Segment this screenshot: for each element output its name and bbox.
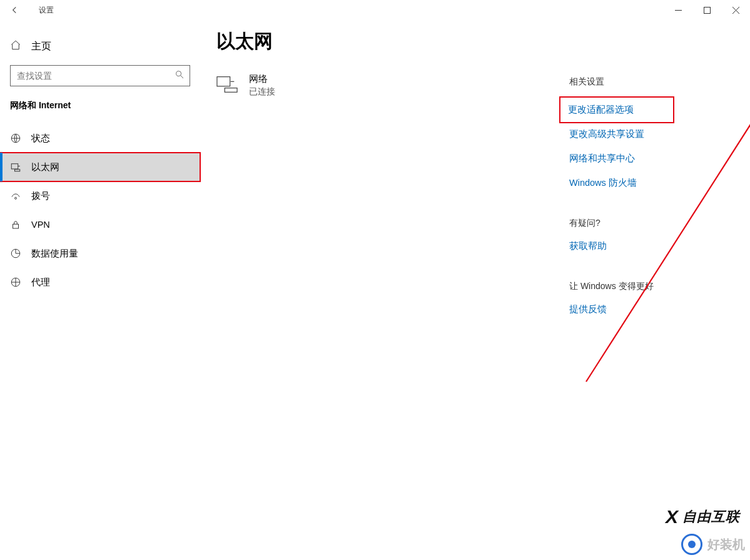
svg-rect-0 [704,7,710,13]
watermark-x-icon: X [666,506,679,527]
nav-item-dialup[interactable]: 拨号 [0,181,200,210]
nav-label: 状态 [31,133,50,145]
arrow-left-icon [10,5,20,15]
link-firewall[interactable]: Windows 防火墙 [569,177,726,189]
proxy-icon [10,277,21,288]
network-status: 已连接 [249,86,275,98]
question-heading: 有疑问? [569,218,726,229]
home-icon [10,39,21,53]
nav-item-data-usage[interactable]: 数据使用量 [0,239,200,268]
link-adapter-options[interactable]: 更改适配器选项 [560,98,673,122]
dialup-icon [10,190,21,201]
svg-rect-4 [15,170,20,171]
nav-list: 状态 以太网 拨号 VPN 数据使用量 代理 [0,124,200,297]
watermark-2: 好装机 [681,534,745,555]
nav-label: 以太网 [31,161,59,173]
nav-label: 代理 [31,277,50,288]
nav-label: 拨号 [31,190,50,202]
link-feedback[interactable]: 提供反馈 [569,303,726,315]
maximize-button[interactable] [692,0,721,20]
category-heading: 网络和 Internet [0,86,200,118]
watermark-circle-icon [681,534,702,555]
globe-icon [10,133,21,144]
svg-point-5 [15,197,17,199]
minimize-icon [675,7,682,14]
watermark-1-text: 自由互联 [682,507,740,526]
window-title: 设置 [39,5,54,16]
svg-rect-10 [225,88,237,92]
nav-item-vpn[interactable]: VPN [0,210,200,239]
search-box[interactable] [10,65,190,86]
home-label: 主页 [31,40,51,53]
related-settings-heading: 相关设置 [569,76,726,88]
search-icon [175,69,185,82]
back-button[interactable] [0,0,30,20]
related-settings-column: 相关设置 更改适配器选项 更改高级共享设置 网络和共享中心 Windows 防火… [569,76,726,328]
better-heading: 让 Windows 变得更好 [569,281,726,292]
link-get-help[interactable]: 获取帮助 [569,240,726,252]
close-button[interactable] [721,0,750,20]
page-title: 以太网 [216,29,750,54]
search-input[interactable] [11,66,190,86]
vpn-icon [10,219,21,230]
minimize-button[interactable] [664,0,692,20]
nav-label: VPN [31,220,50,230]
nav-item-status[interactable]: 状态 [0,124,200,153]
svg-rect-3 [11,164,18,169]
close-icon [732,7,739,14]
network-device-icon [216,76,238,96]
network-name: 网络 [249,73,275,85]
main-content: 以太网 网络 已连接 相关设置 更改适配器选项 更改高级共享设置 网络和共享中心… [200,20,750,560]
sidebar: 主页 网络和 Internet 状态 以太网 拨号 [0,20,200,560]
link-network-center[interactable]: 网络和共享中心 [569,153,726,165]
home-button[interactable]: 主页 [0,33,200,60]
nav-item-proxy[interactable]: 代理 [0,268,200,297]
maximize-icon [704,7,711,14]
link-advanced-sharing[interactable]: 更改高级共享设置 [569,128,726,140]
title-bar: 设置 [0,0,750,20]
nav-item-ethernet[interactable]: 以太网 [0,153,200,181]
svg-rect-9 [217,76,230,86]
nav-label: 数据使用量 [31,248,78,260]
watermark-1: X 自由互联 [666,506,740,527]
watermark-2-text: 好装机 [707,536,745,553]
svg-rect-6 [13,224,19,228]
ethernet-icon [10,161,21,173]
data-usage-icon [10,248,21,259]
svg-point-1 [176,71,181,76]
window-controls [664,0,750,20]
